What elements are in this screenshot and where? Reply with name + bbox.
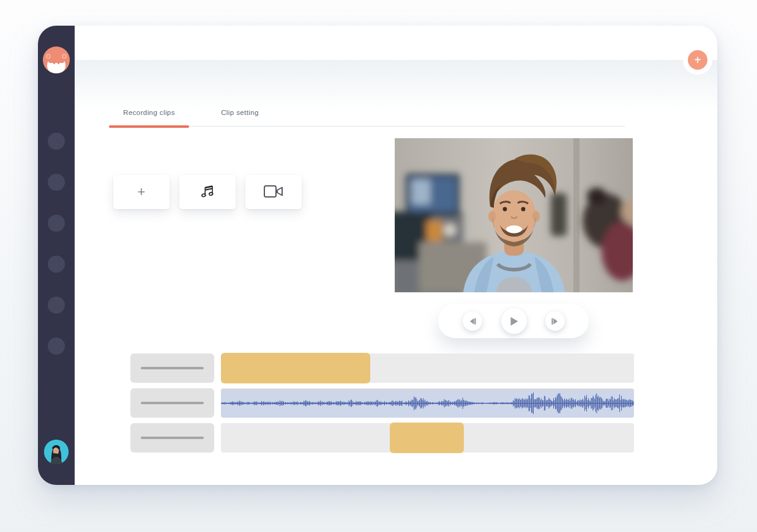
next-frame-button[interactable]: [545, 311, 565, 331]
transport-bar: [438, 304, 589, 338]
plus-icon: +: [138, 184, 146, 200]
user-avatar[interactable]: [44, 440, 69, 464]
timeline-clip[interactable]: [390, 423, 464, 453]
logo-ear-left: [46, 54, 51, 59]
track-row-track-1: [130, 353, 634, 383]
track-lane-2[interactable]: [221, 388, 634, 418]
main-area: + Recording clips Clip setting +: [75, 26, 717, 485]
audio-waveform[interactable]: [221, 389, 634, 418]
sidebar: [38, 26, 75, 485]
sidebar-nav-dot-1[interactable]: [48, 133, 65, 150]
skip-forward-icon: [551, 317, 559, 325]
play-icon: [509, 316, 519, 327]
tab-clip-setting[interactable]: Clip setting: [203, 100, 277, 126]
track-label-handle[interactable]: [130, 388, 214, 418]
timeline: [130, 353, 634, 458]
add-music-button[interactable]: [179, 175, 236, 209]
track-label-handle[interactable]: [130, 353, 214, 383]
app-window: + Recording clips Clip setting +: [38, 26, 717, 485]
logo-ear-right: [62, 54, 67, 59]
sidebar-nav-dot-2[interactable]: [48, 174, 65, 191]
timeline-clip[interactable]: [221, 353, 370, 383]
track-lane-3[interactable]: [221, 423, 634, 453]
previous-frame-button[interactable]: [463, 311, 482, 331]
track-label-handle[interactable]: [130, 423, 214, 453]
track-lane-1[interactable]: [221, 353, 634, 383]
app-logo-monkey-icon[interactable]: [43, 46, 70, 73]
add-fab-button[interactable]: +: [688, 50, 707, 70]
music-note-icon: [199, 183, 216, 202]
preview-frame-image: [395, 138, 633, 292]
video-camera-icon: [263, 183, 285, 201]
sidebar-nav-dot-4[interactable]: [48, 256, 65, 273]
avatar-image: [44, 440, 69, 464]
sidebar-nav: [38, 133, 75, 379]
clip-toolbar: +: [113, 175, 302, 209]
track-row-track-3: [130, 423, 634, 453]
tab-recording-clips[interactable]: Recording clips: [109, 100, 189, 126]
track-grip-line: [141, 367, 204, 369]
sidebar-nav-dot-6[interactable]: [48, 338, 65, 355]
sidebar-nav-dot-3[interactable]: [48, 215, 65, 232]
video-preview[interactable]: [395, 138, 633, 292]
sidebar-nav-dot-5[interactable]: [48, 297, 65, 314]
add-clip-button[interactable]: +: [113, 175, 170, 209]
add-video-button[interactable]: [245, 175, 302, 209]
play-button[interactable]: [501, 308, 527, 334]
logo-eye-left: [53, 62, 55, 64]
track-grip-line: [141, 402, 204, 404]
logo-eye-right: [58, 62, 59, 64]
tab-bar: Recording clips Clip setting: [109, 100, 625, 127]
track-row-track-2: [130, 388, 634, 418]
skip-back-icon: [468, 317, 477, 325]
track-grip-line: [141, 437, 204, 439]
